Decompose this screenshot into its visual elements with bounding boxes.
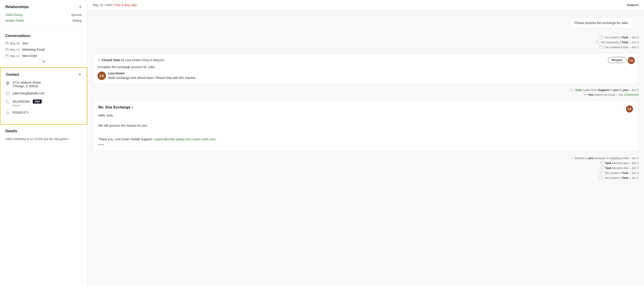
activity-text: Task became due – Jun 3	[605, 162, 638, 165]
replied-text: replied via email – Jun 3	[594, 93, 626, 96]
check-circle-icon: ✓	[596, 40, 599, 44]
contact-title: Contact	[6, 72, 19, 77]
conv-date-1: May 18	[6, 42, 20, 45]
phone-icon	[6, 100, 10, 104]
address-line1: 2721 Addison Street	[12, 81, 41, 84]
activity-text: You closed a	[604, 36, 622, 39]
signature-email-link[interactable]: support@retale.gladly.com	[154, 138, 191, 141]
expand-conversations-button[interactable]	[6, 60, 82, 62]
add-contact-button[interactable]: +	[78, 72, 81, 77]
contact-phone[interactable]: 9512582304	[12, 100, 30, 103]
agent-avatar: LG	[628, 57, 635, 64]
more-options-icon[interactable]: ⋮	[618, 106, 624, 112]
dot	[100, 144, 102, 145]
contact-id-row: R29002471	[6, 111, 81, 116]
phone-row: 9512582304 SMS	[12, 100, 42, 104]
conv-subject: Size	[106, 3, 112, 7]
routed-text: routed from	[582, 88, 598, 92]
email-card-header: Re: Size Exchange ▾ ⋮ LG	[98, 105, 633, 113]
email-icon	[6, 92, 10, 96]
svg-rect-0	[6, 42, 8, 44]
to-label: you	[613, 88, 618, 92]
by-label: you	[623, 88, 628, 92]
due-label: Due 4 days ago	[115, 3, 137, 7]
activity-text: You reopened a	[600, 40, 622, 44]
avatar: LG	[98, 72, 106, 80]
conversation-item[interactable]: May 18 Size	[6, 42, 82, 45]
svg-rect-12	[6, 92, 10, 95]
conversations-title: Conversations	[6, 34, 30, 38]
task-desc-header: for Lisa Green (You) in Returns	[121, 58, 164, 62]
chevron-down-icon[interactable]: ▾	[132, 106, 133, 109]
activity-item: ✓ Task became due – Jun 3	[88, 160, 644, 166]
you-label: You	[588, 93, 593, 96]
signature-separator: |	[192, 138, 194, 141]
contact-address-row: 2721 Addison Street Chicago, IL 60618	[6, 81, 81, 88]
activity-group: ✓ You closed a Task – Jun 3 ✓ You reopen…	[88, 34, 644, 50]
dot	[102, 144, 104, 145]
top-bar: May 18 • Size • Due 4 days ago Support	[88, 0, 644, 10]
contact-phone-group: 9512582304 SMS Mobile	[12, 100, 42, 107]
main-panel: May 18 • Size • Due 4 days ago Support P…	[88, 0, 644, 286]
conversation-item[interactable]: May 17 Marketing Email	[6, 48, 82, 51]
conversation-item[interactable]: May 11 New Order	[6, 54, 82, 58]
activity-item: ✓ You closed a Task – Jun 3	[88, 35, 644, 40]
routing-activity-item: ✓ Task routed from Support to you by you…	[88, 88, 644, 92]
conv-date-2: May 17	[6, 48, 20, 51]
relationships-section: Relationships + Todd Chang Spouse Amber …	[0, 0, 87, 29]
task-title-row: ✓ Closed Task for Lisa Green (You) in Re…	[98, 58, 164, 62]
details-header: Details	[6, 129, 82, 133]
activity-item: ✓ You closed a Task – Jun 3	[88, 170, 644, 175]
bottom-activities: ⇒ Routed to you because of outgoing emai…	[88, 154, 644, 182]
customer-id: R29002471	[12, 111, 29, 114]
check-circle-icon: ✓	[600, 36, 603, 39]
check-circle-icon: ✓	[600, 166, 604, 170]
signature-website-link[interactable]: www.retale.com	[194, 138, 216, 141]
email-greeting: Hello Julie,	[98, 113, 633, 118]
signature-prefix: Thank you,	[98, 138, 114, 141]
delivered-label: Delivered	[626, 93, 638, 96]
person-icon	[6, 111, 10, 116]
check-circle-icon: ✓	[600, 176, 603, 180]
relationships-title: Relationships	[6, 5, 29, 9]
task-user-info: Lisa Green Hello exchange and refund tea…	[108, 72, 196, 80]
activity-text: You created a task – Jun 3	[604, 46, 638, 49]
dot	[98, 144, 100, 145]
support-bubble-text: Please process the exchange for Julie.	[575, 21, 628, 25]
activity-text: You closed a Task – Jun 3	[604, 176, 638, 180]
activity-text: Task became due – Jun 3	[605, 166, 638, 170]
task-description: Complete the exchange process for Julie.	[98, 65, 634, 69]
conv-title-3: New Order	[22, 54, 38, 58]
task-user-row: LG Lisa Green Hello exchange and refund …	[98, 72, 634, 80]
task-card-header: ✓ Closed Task for Lisa Green (You) in Re…	[98, 57, 634, 63]
address-line2: Chicago, IL 60618	[12, 84, 41, 88]
email-body: Hello Julie, We will process the request…	[98, 113, 633, 146]
email-reply-activity: ✉ You replied via email – Jun 3 Delivere…	[88, 92, 644, 97]
sms-badge: SMS	[33, 100, 42, 104]
svg-point-13	[7, 112, 8, 113]
signature-company: Retalè Support:	[131, 138, 154, 141]
relationship-name-todd[interactable]: Todd Chang	[6, 13, 22, 16]
contact-email-row: juliechang@gladly.com	[6, 92, 81, 96]
from-label: Support	[598, 88, 609, 92]
svg-rect-8	[6, 55, 8, 57]
contact-email[interactable]: juliechang@gladly.com	[12, 92, 44, 95]
calendar-icon	[6, 42, 8, 45]
reopen-button[interactable]: Reopen	[608, 57, 626, 63]
you-bold: you	[588, 156, 593, 160]
relationship-item: Amber Fields Sibling	[6, 19, 82, 22]
add-relationship-button[interactable]: +	[79, 4, 82, 10]
show-more-button[interactable]	[98, 144, 104, 145]
email-subject: Re: Size Exchange ▾	[98, 105, 133, 110]
details-title: Details	[6, 129, 17, 133]
task-bold-label: Closed Task	[102, 58, 120, 62]
task-label: Task	[575, 88, 582, 92]
left-panel: Relationships + Todd Chang Spouse Amber …	[0, 0, 88, 286]
check-circle-icon: ✓	[600, 171, 603, 174]
relationship-name-amber[interactable]: Amber Fields	[6, 19, 24, 22]
conv-date-3: May 11	[6, 54, 20, 58]
sender-avatar: LG	[626, 105, 633, 112]
email-actions: ⋮ LG	[618, 105, 633, 112]
calendar-icon	[6, 48, 8, 51]
details-text: Julie's birthday is on 11/29 and her dau…	[6, 137, 82, 142]
